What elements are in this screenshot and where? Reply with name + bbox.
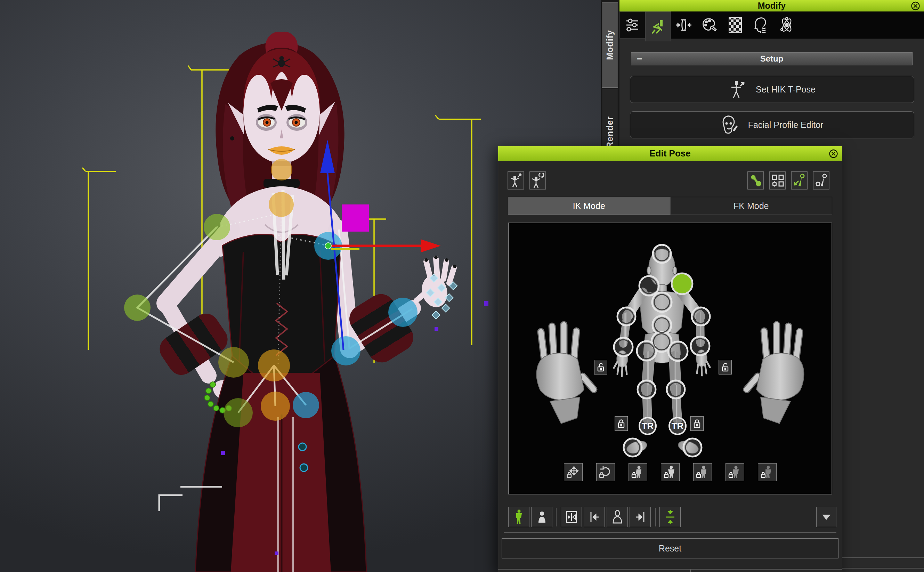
edit-pose-title: Edit Pose — [649, 148, 690, 159]
lock-legs-icon[interactable] — [725, 463, 744, 481]
reset-button[interactable]: Reset — [502, 538, 839, 558]
collapse-icon: − — [637, 55, 642, 62]
ground-align-icon[interactable] — [660, 507, 681, 527]
facial-profile-editor-label: Facial Profile Editor — [748, 120, 823, 130]
animation-pose-icon[interactable] — [645, 11, 671, 41]
pose-translate-icon[interactable] — [508, 171, 524, 190]
palette-icon[interactable] — [697, 11, 722, 39]
t-pose-figure-icon — [728, 79, 747, 99]
lock-icon[interactable] — [615, 416, 628, 431]
lock-full-body-icon[interactable] — [758, 463, 776, 481]
dialog-bottom-strip — [498, 569, 842, 572]
mannequin-figure: TR TR — [509, 223, 832, 494]
tr-marker-right[interactable]: TR — [669, 418, 686, 434]
reset-button-label: Reset — [659, 544, 681, 553]
modify-panel-title: Modify — [758, 1, 786, 11]
texture-checker-icon[interactable] — [722, 11, 748, 39]
gizmo-category-icon[interactable] — [769, 171, 786, 190]
tab-ik-mode[interactable]: IK Mode — [508, 197, 670, 215]
copy-right-icon[interactable] — [630, 507, 651, 527]
joint-right-shoulder-selected[interactable] — [672, 273, 693, 294]
sliders-icon[interactable] — [620, 11, 645, 39]
body-part-diagram[interactable]: TR TR — [508, 222, 832, 494]
svg-text:TR: TR — [672, 421, 684, 431]
face-edit-icon — [721, 115, 739, 135]
lock-lower-body-icon[interactable] — [629, 463, 647, 481]
side-tab-modify-label: Modify — [605, 30, 615, 60]
mode-tabs: IK Mode FK Mode — [508, 197, 832, 215]
mirror-pose-icon[interactable] — [561, 507, 582, 527]
bone-icon[interactable] — [747, 171, 764, 190]
facial-profile-editor-button[interactable]: Facial Profile Editor — [630, 111, 914, 138]
setup-section-title: Setup — [760, 54, 784, 64]
upper-bust-icon[interactable] — [607, 507, 628, 527]
side-tab-modify[interactable]: Modify — [602, 2, 618, 88]
unlock-icon[interactable] — [719, 360, 732, 375]
set-hik-tpose-button[interactable]: Set HIK T-Pose — [630, 76, 914, 103]
lock-limbs-icon[interactable] — [693, 463, 712, 481]
tab-ik-mode-label: IK Mode — [573, 201, 605, 211]
lock-icon[interactable] — [690, 416, 703, 431]
svg-text:TR: TR — [642, 421, 654, 431]
morph-head-icon[interactable] — [748, 11, 774, 39]
more-options-icon[interactable] — [816, 507, 836, 527]
close-icon[interactable] — [911, 1, 920, 11]
modify-toolbar — [620, 11, 924, 39]
lock-upper-body-icon[interactable] — [661, 463, 680, 481]
copy-left-icon[interactable] — [584, 507, 605, 527]
close-icon[interactable] — [829, 149, 838, 158]
lock-move-icon[interactable] — [564, 463, 582, 481]
bone-settings-icon[interactable] — [813, 171, 829, 190]
physics-atom-icon[interactable] — [774, 11, 800, 39]
pose-rotate-icon[interactable] — [530, 171, 546, 190]
unlock-icon[interactable] — [594, 360, 607, 375]
full-body-icon[interactable] — [508, 507, 530, 527]
lock-rotate-icon[interactable] — [596, 463, 615, 481]
side-tab-render-label: Render — [605, 116, 615, 148]
conform-icon[interactable] — [671, 11, 697, 39]
tr-marker-left[interactable]: TR — [639, 418, 656, 434]
set-hik-tpose-label: Set HIK T-Pose — [756, 84, 815, 95]
modify-panel-header: Modify — [620, 0, 924, 11]
tab-fk-mode-label: FK Mode — [733, 201, 769, 211]
half-body-icon[interactable] — [531, 507, 552, 527]
setup-section-header[interactable]: − Setup — [631, 52, 913, 65]
character-editor-app: Modify Render Modify — [0, 0, 924, 572]
edit-pose-header[interactable]: Edit Pose — [498, 146, 842, 161]
edit-pose-dialog: Edit Pose — [498, 146, 842, 572]
pick-bone-icon[interactable] — [791, 171, 808, 190]
tab-fk-mode[interactable]: FK Mode — [670, 197, 832, 215]
divider — [504, 532, 836, 533]
